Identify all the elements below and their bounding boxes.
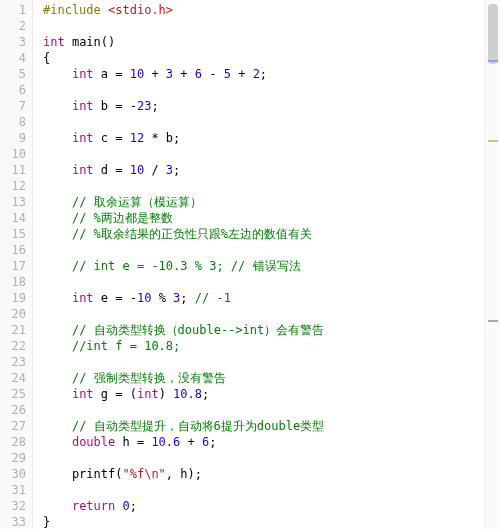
token-com: // 自动类型提升，自动将6提升为double类型 (72, 419, 324, 433)
token-text: , h); (166, 467, 202, 481)
code-line (43, 402, 500, 418)
code-area[interactable]: #include <stdio.h>int main(){ int a = 10… (33, 0, 500, 529)
token-text: ; (173, 163, 180, 177)
token-text (43, 419, 72, 433)
token-text: + (173, 67, 195, 81)
code-line: int b = -23; (43, 98, 500, 114)
line-number: 26 (4, 402, 26, 418)
line-number-gutter: 1234567891011121314151617181920212223242… (0, 0, 33, 529)
token-com: // 自动类型转换（double-->int）会有警告 (72, 323, 324, 337)
token-num: 3 (166, 163, 173, 177)
line-number: 12 (4, 178, 26, 194)
token-num: 12 (130, 131, 144, 145)
token-com: // int e = -10.3 % 3; // 错误写法 (72, 259, 301, 273)
token-kw: int (72, 67, 94, 81)
token-num: 5 (224, 67, 231, 81)
line-number: 27 (4, 418, 26, 434)
token-num: 10 (130, 67, 144, 81)
token-num: 10 (137, 291, 151, 305)
line-number: 18 (4, 274, 26, 290)
scrollbar-thumb[interactable] (488, 4, 498, 64)
token-text: d = (94, 163, 130, 177)
line-number: 30 (4, 466, 26, 482)
token-text (43, 387, 72, 401)
line-number: 28 (4, 434, 26, 450)
line-number: 31 (4, 482, 26, 498)
code-line (43, 82, 500, 98)
token-num: 3 (166, 67, 173, 81)
code-line: return 0; (43, 498, 500, 514)
token-text (43, 227, 72, 241)
line-number: 4 (4, 50, 26, 66)
token-text: c = (94, 131, 130, 145)
scrollbar-marker (488, 320, 498, 322)
token-num: 0 (123, 499, 130, 513)
line-number: 3 (4, 34, 26, 50)
token-com: // 强制类型转换，没有警告 (72, 371, 226, 385)
line-number: 33 (4, 514, 26, 529)
token-text (43, 371, 72, 385)
token-text: % (151, 291, 173, 305)
token-kw: int (137, 387, 159, 401)
code-line: int e = -10 % 3; // -1 (43, 290, 500, 306)
token-text (43, 339, 72, 353)
line-number: 17 (4, 258, 26, 274)
token-text: ; (180, 291, 194, 305)
code-line (43, 274, 500, 290)
line-number: 24 (4, 370, 26, 386)
token-num: 2 (253, 67, 260, 81)
scrollbar-marker (488, 140, 498, 142)
code-line: double h = 10.6 + 6; (43, 434, 500, 450)
token-text: / (144, 163, 166, 177)
code-line: { (43, 50, 500, 66)
line-number: 29 (4, 450, 26, 466)
line-number: 11 (4, 162, 26, 178)
token-text: ; (202, 387, 209, 401)
code-line: // int e = -10.3 % 3; // 错误写法 (43, 258, 500, 274)
token-text: + (180, 435, 202, 449)
token-text: ) (159, 387, 173, 401)
code-line: int c = 12 * b; (43, 130, 500, 146)
code-line: int a = 10 + 3 + 6 - 5 + 2; (43, 66, 500, 82)
code-line (43, 178, 500, 194)
code-line: int d = 10 / 3; (43, 162, 500, 178)
token-kw: return (72, 499, 115, 513)
vertical-scrollbar[interactable] (485, 0, 500, 529)
token-text: printf( (43, 467, 122, 481)
code-line: // %两边都是整数 (43, 210, 500, 226)
token-num: 10.6 (151, 435, 180, 449)
token-kw: int (72, 387, 94, 401)
code-line: printf("%f\n", h); (43, 466, 500, 482)
token-text: ; (260, 67, 267, 81)
code-line: #include <stdio.h> (43, 2, 500, 18)
token-num: 23 (137, 99, 151, 113)
line-number: 23 (4, 354, 26, 370)
line-number: 22 (4, 338, 26, 354)
token-com: //int f = 10.8; (72, 339, 180, 353)
line-number: 25 (4, 386, 26, 402)
token-text: h = (115, 435, 151, 449)
code-line: int main() (43, 34, 500, 50)
token-kw: int (72, 291, 94, 305)
code-line (43, 114, 500, 130)
line-number: 7 (4, 98, 26, 114)
line-number: 14 (4, 210, 26, 226)
token-text (43, 435, 72, 449)
code-line (43, 18, 500, 34)
line-number: 8 (4, 114, 26, 130)
line-number: 21 (4, 322, 26, 338)
token-num: 6 (195, 67, 202, 81)
token-text (43, 195, 72, 209)
code-line (43, 306, 500, 322)
line-number: 10 (4, 146, 26, 162)
code-line (43, 242, 500, 258)
code-line (43, 146, 500, 162)
code-line: } (43, 514, 500, 529)
token-text (43, 211, 72, 225)
token-com: // 取余运算（模运算） (72, 195, 202, 209)
token-text: - (202, 67, 224, 81)
line-number: 15 (4, 226, 26, 242)
code-line: // 强制类型转换，没有警告 (43, 370, 500, 386)
token-text: b = - (94, 99, 137, 113)
token-kw: double (72, 435, 115, 449)
